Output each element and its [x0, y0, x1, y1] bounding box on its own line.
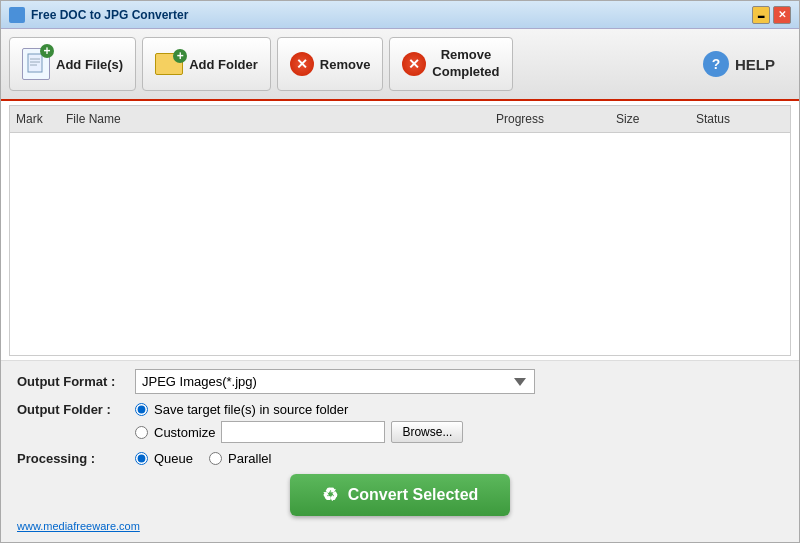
- output-format-row: Output Format : JPEG Images(*.jpg) PNG I…: [17, 369, 783, 394]
- minimize-button[interactable]: 🗕: [752, 6, 770, 24]
- close-button[interactable]: ✕: [773, 6, 791, 24]
- title-bar-left: Free DOC to JPG Converter: [9, 7, 188, 23]
- radio-source-label: Save target file(s) in source folder: [154, 402, 348, 417]
- toolbar: Add File(s) Add Folder ✕ Remove ✕ Remove…: [1, 29, 799, 101]
- column-progress: Progress: [490, 109, 610, 129]
- add-files-label: Add File(s): [56, 57, 123, 72]
- remove-completed-label: Remove Completed: [432, 47, 499, 81]
- file-list-header: Mark File Name Progress Size Status: [10, 106, 790, 133]
- column-size: Size: [610, 109, 690, 129]
- processing-options: Queue Parallel: [135, 451, 271, 466]
- file-list-area: Mark File Name Progress Size Status: [9, 105, 791, 356]
- app-icon: [9, 7, 25, 23]
- radio-parallel-input[interactable]: [209, 452, 222, 465]
- processing-label: Processing :: [17, 451, 127, 466]
- output-format-label: Output Format :: [17, 374, 127, 389]
- output-format-select[interactable]: JPEG Images(*.jpg) PNG Images(*.png) BMP…: [135, 369, 535, 394]
- file-list-body: [10, 133, 790, 356]
- column-mark: Mark: [10, 109, 60, 129]
- convert-btn-row: ♻ Convert Selected: [17, 474, 783, 516]
- output-folder-section: Save target file(s) in source folder Cus…: [135, 402, 463, 443]
- remove-completed-x-icon: ✕: [402, 52, 426, 76]
- remove-label: Remove: [320, 57, 371, 72]
- close-icon: ✕: [778, 9, 786, 20]
- doc-svg: [27, 53, 45, 75]
- remove-completed-button[interactable]: ✕ Remove Completed: [389, 37, 512, 91]
- folder-icon: [155, 53, 183, 75]
- main-window: Free DOC to JPG Converter 🗕 ✕ Add File(s…: [0, 0, 800, 543]
- convert-btn-label: Convert Selected: [348, 486, 479, 504]
- customize-row: Customize Browse...: [135, 421, 463, 443]
- processing-row: Processing : Queue Parallel: [17, 451, 783, 466]
- customize-path-input[interactable]: [221, 421, 385, 443]
- browse-button[interactable]: Browse...: [391, 421, 463, 443]
- help-button[interactable]: ? HELP: [687, 45, 791, 83]
- doc-icon: [22, 48, 50, 80]
- radio-queue-row: Queue: [135, 451, 193, 466]
- radio-parallel-label: Parallel: [228, 451, 271, 466]
- radio-source-row: Save target file(s) in source folder: [135, 402, 463, 417]
- radio-parallel-row: Parallel: [209, 451, 271, 466]
- output-folder-label: Output Folder :: [17, 402, 127, 417]
- output-folder-row: Output Folder : Save target file(s) in s…: [17, 402, 783, 443]
- remove-button[interactable]: ✕ Remove: [277, 37, 384, 91]
- column-status: Status: [690, 109, 790, 129]
- radio-customize-label: Customize: [154, 425, 215, 440]
- radio-customize-input[interactable]: [135, 426, 148, 439]
- column-file-name: File Name: [60, 109, 490, 129]
- radio-queue-input[interactable]: [135, 452, 148, 465]
- title-bar: Free DOC to JPG Converter 🗕 ✕: [1, 1, 799, 29]
- convert-icon: ♻: [322, 484, 338, 506]
- add-folder-button[interactable]: Add Folder: [142, 37, 271, 91]
- add-folder-label: Add Folder: [189, 57, 258, 72]
- add-files-button[interactable]: Add File(s): [9, 37, 136, 91]
- convert-selected-button[interactable]: ♻ Convert Selected: [290, 474, 511, 516]
- remove-x-icon: ✕: [290, 52, 314, 76]
- radio-queue-label: Queue: [154, 451, 193, 466]
- footer-link[interactable]: www.mediafreeware.com: [17, 520, 783, 532]
- help-circle-icon: ?: [703, 51, 729, 77]
- window-title: Free DOC to JPG Converter: [31, 8, 188, 22]
- svg-rect-0: [28, 54, 42, 72]
- help-label: HELP: [735, 56, 775, 73]
- radio-source-input[interactable]: [135, 403, 148, 416]
- title-bar-controls: 🗕 ✕: [752, 6, 791, 24]
- bottom-panel: Output Format : JPEG Images(*.jpg) PNG I…: [1, 360, 799, 542]
- minimize-icon: 🗕: [756, 9, 766, 20]
